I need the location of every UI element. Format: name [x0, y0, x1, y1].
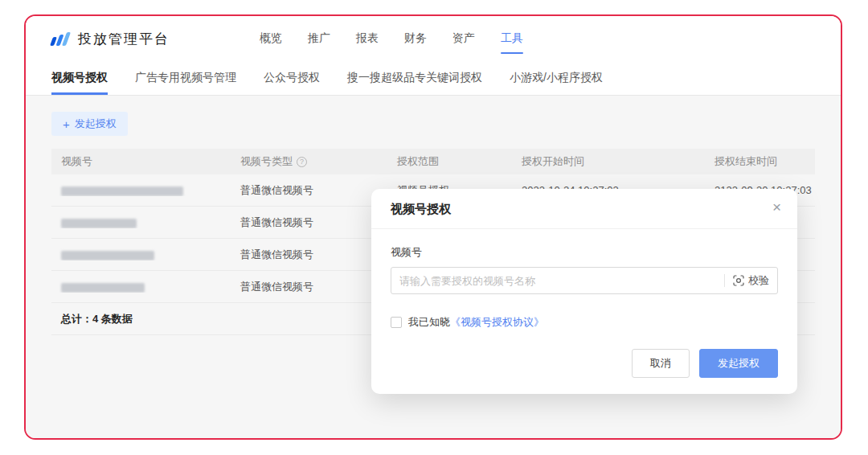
input-divider [724, 274, 725, 287]
tab-0[interactable]: 视频号授权 [51, 61, 108, 95]
agreement-checkbox[interactable] [391, 317, 402, 328]
redacted-account-name [61, 251, 154, 260]
agreement-text: 我已知晓 [408, 316, 450, 328]
auth-modal: 视频号授权 × 视频号 校验 我已知晓《视频号授权协议》 [371, 189, 797, 394]
cell-type: 普通微信视频号 [231, 215, 387, 230]
nav-item-3[interactable]: 财务 [404, 27, 427, 51]
app-window: 投放管理平台 概览推广报表财务资产工具 视频号授权广告专用视频号管理公众号授权搜… [24, 14, 842, 440]
close-icon[interactable]: × [772, 199, 781, 216]
tab-4[interactable]: 小游戏/小程序授权 [510, 61, 603, 95]
tab-1[interactable]: 广告专用视频号管理 [135, 61, 236, 95]
account-name-input[interactable] [399, 275, 716, 287]
help-icon[interactable]: ? [297, 157, 307, 167]
redacted-account-name [61, 187, 183, 196]
account-input-wrap: 校验 [391, 267, 778, 294]
column-header-0: 视频号 [51, 154, 231, 169]
initiate-auth-button[interactable]: + 发起授权 [51, 112, 128, 136]
modal-footer: 取消 发起授权 [371, 330, 797, 394]
cell-account [51, 281, 231, 293]
tab-bar: 视频号授权广告专用视频号管理公众号授权搜一搜超级品专关键词授权小游戏/小程序授权 [26, 61, 841, 96]
top-nav: 概览推广报表财务资产工具 [260, 27, 523, 51]
column-header-1: 视频号类型? [231, 154, 387, 169]
nav-item-5[interactable]: 工具 [501, 27, 523, 51]
verify-label: 校验 [748, 273, 769, 288]
redacted-account-name [61, 219, 137, 228]
tab-3[interactable]: 搜一搜超级品专关键词授权 [347, 61, 482, 95]
tab-2[interactable]: 公众号授权 [264, 61, 320, 95]
modal-body: 视频号 校验 我已知晓《视频号授权协议》 [371, 229, 797, 330]
nav-item-1[interactable]: 推广 [308, 27, 330, 51]
column-header-4: 授权结束时间 [705, 154, 815, 169]
brand-title: 投放管理平台 [78, 30, 170, 48]
agreement-row: 我已知晓《视频号授权协议》 [391, 315, 778, 330]
verify-button[interactable]: 校验 [733, 273, 769, 288]
redacted-account-name [61, 283, 145, 293]
brand-logo-icon [51, 31, 68, 46]
cell-type: 普通微信视频号 [231, 280, 387, 294]
nav-item-0[interactable]: 概览 [260, 27, 282, 51]
cancel-button[interactable]: 取消 [632, 349, 690, 378]
cell-account [51, 216, 231, 228]
cell-type: 普通微信视频号 [231, 183, 387, 198]
modal-header: 视频号授权 × [371, 189, 797, 229]
scan-icon [733, 275, 744, 286]
account-field-label: 视频号 [391, 245, 778, 260]
plus-icon: + [63, 118, 70, 130]
modal-title: 视频号授权 [391, 202, 451, 215]
cell-account [51, 248, 231, 260]
table-header-row: 视频号视频号类型?授权范围授权开始时间授权结束时间 [51, 149, 815, 174]
top-bar: 投放管理平台 概览推广报表财务资产工具 [26, 16, 841, 61]
total-count-label: 总计：4 条数据 [61, 312, 133, 326]
nav-item-4[interactable]: 资产 [452, 27, 475, 51]
cell-type: 普通微信视频号 [231, 248, 387, 262]
nav-item-2[interactable]: 报表 [356, 27, 379, 51]
agreement-link[interactable]: 《视频号授权协议》 [450, 316, 544, 328]
column-header-3: 授权开始时间 [512, 154, 705, 169]
confirm-auth-button[interactable]: 发起授权 [699, 349, 778, 378]
initiate-auth-label: 发起授权 [75, 117, 117, 131]
column-header-2: 授权范围 [387, 154, 512, 169]
cell-account [51, 184, 231, 196]
